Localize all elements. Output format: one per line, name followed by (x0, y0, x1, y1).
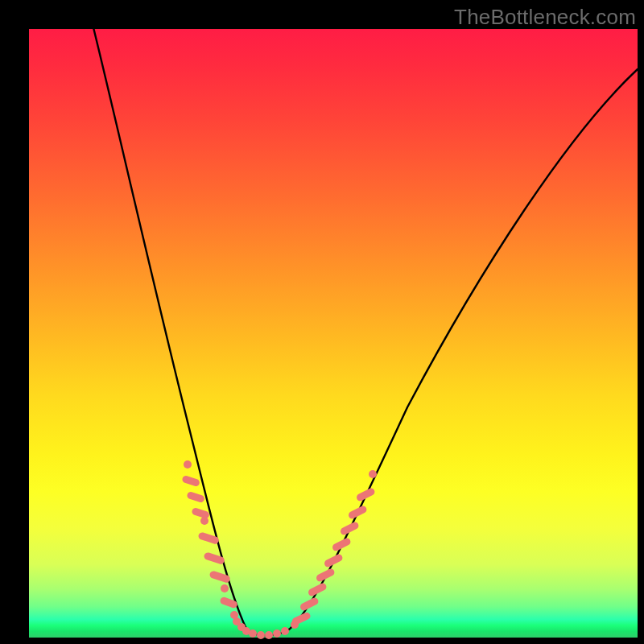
svg-rect-24 (323, 553, 343, 568)
svg-rect-9 (219, 597, 238, 609)
bottleneck-curve (92, 21, 638, 635)
bottleneck-curve-svg (29, 29, 638, 638)
svg-point-8 (221, 584, 229, 592)
svg-point-14 (249, 630, 257, 638)
svg-rect-25 (331, 537, 351, 552)
svg-rect-26 (339, 521, 359, 536)
svg-point-0 (184, 460, 192, 469)
svg-point-16 (265, 631, 273, 639)
plot-area (29, 29, 638, 638)
svg-rect-1 (181, 475, 200, 487)
watermark-text: TheBottleneck.com (454, 5, 636, 30)
chart-frame: TheBottleneck.com (0, 0, 644, 644)
svg-point-18 (281, 627, 289, 635)
svg-rect-27 (347, 505, 367, 520)
svg-rect-6 (203, 551, 225, 565)
svg-point-29 (369, 470, 377, 478)
svg-point-15 (257, 631, 265, 639)
svg-rect-22 (307, 582, 327, 597)
svg-rect-23 (315, 568, 335, 583)
svg-rect-3 (191, 507, 210, 519)
svg-rect-20 (291, 611, 312, 625)
svg-point-17 (273, 630, 281, 638)
svg-rect-7 (208, 570, 231, 584)
svg-rect-21 (299, 597, 319, 612)
svg-rect-28 (355, 487, 375, 502)
curve-dots (181, 460, 377, 639)
svg-point-4 (200, 517, 208, 525)
svg-rect-2 (186, 491, 205, 503)
